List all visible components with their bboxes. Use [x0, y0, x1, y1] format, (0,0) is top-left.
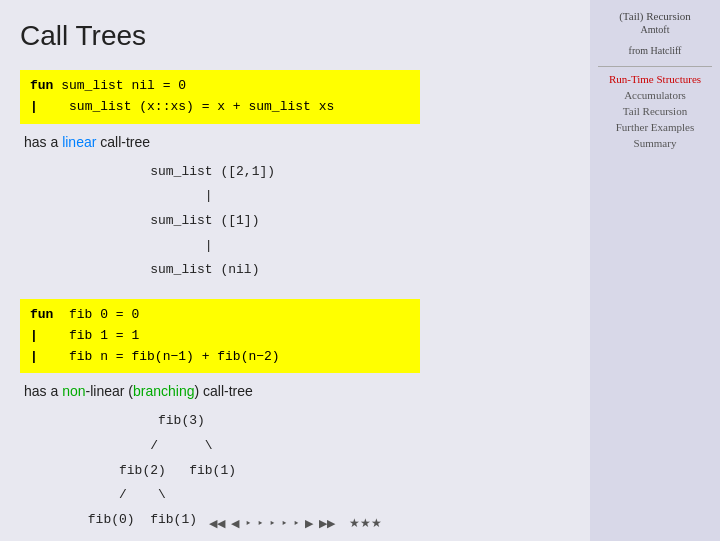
tree-line-5: sum_list (nil): [80, 258, 570, 283]
nav-next[interactable]: ▶: [305, 517, 313, 530]
page-title: Call Trees: [20, 20, 570, 52]
page-wrapper: Call Trees fun sum_list nil = 0 | sum_li…: [0, 0, 720, 541]
nav-separator2: ‣: [257, 517, 263, 530]
tree-line-4: |: [80, 234, 570, 259]
fib-tree-3: fib(2) fib(1): [80, 459, 570, 484]
nav-separator1: ‣: [245, 517, 251, 530]
nav-first[interactable]: ◀◀: [209, 517, 225, 530]
tree-line-1: sum_list ([2,1]): [80, 160, 570, 185]
keyword-fun-1: fun: [30, 78, 53, 93]
fib-tree-4: / \: [80, 483, 570, 508]
prose-nonlinear: has a non-linear (branching) call-tree: [24, 383, 570, 399]
fib-tree-2: / \: [80, 434, 570, 459]
prose-linear: has a linear call-tree: [24, 134, 570, 150]
fib-line-1: fun fib 0 = 0: [30, 305, 410, 326]
sidebar-item-run-time[interactable]: Run-Time Structures: [598, 73, 712, 85]
fib-line-2: | fib 1 = 1: [30, 326, 410, 347]
sidebar-header: (Tail) Recursion: [598, 10, 712, 22]
code-text-2: sum_list (x::xs) = x + sum_list xs: [69, 99, 334, 114]
sidebar-item-further-examples[interactable]: Further Examples: [598, 121, 712, 133]
keyword-fun-2: fun: [30, 307, 53, 322]
nav-separator3: ‣: [269, 517, 275, 530]
nav-last[interactable]: ▶▶: [319, 517, 335, 530]
code-text-1: sum_list nil = 0: [61, 78, 186, 93]
nav-prev[interactable]: ◀: [231, 517, 239, 530]
word-branching: branching: [133, 383, 195, 399]
sidebar-item-accumulators[interactable]: Accumulators: [598, 89, 712, 101]
tree-line-2: |: [80, 184, 570, 209]
nav-controls: ◀◀ ◀ ‣ ‣ ‣ ‣ ‣ ▶ ▶▶ ★★★: [0, 516, 590, 531]
tree-line-3: sum_list ([1]): [80, 209, 570, 234]
pipe-1: |: [30, 99, 38, 114]
sidebar-subheader1: Amtoft: [598, 24, 712, 35]
fib-tree-1: fib(3): [80, 409, 570, 434]
word-non: non: [62, 383, 85, 399]
word-linear: linear: [62, 134, 96, 150]
tree-fib: fib(3) / \ fib(2) fib(1) / \ fib(0) fib(…: [80, 409, 570, 532]
nav-logo: ★★★: [349, 516, 382, 531]
sidebar: (Tail) Recursion Amtoft from Hatcliff Ru…: [590, 0, 720, 541]
sidebar-subheader2: from Hatcliff: [598, 45, 712, 56]
code-line-2: | sum_list (x::xs) = x + sum_list xs: [30, 97, 410, 118]
code-block-sumlist: fun sum_list nil = 0 | sum_list (x::xs) …: [20, 70, 420, 124]
main-content: Call Trees fun sum_list nil = 0 | sum_li…: [0, 0, 590, 541]
pipe-2: |: [30, 328, 38, 343]
code-line-1: fun sum_list nil = 0: [30, 76, 410, 97]
fib-line-3: | fib n = fib(n−1) + fib(n−2): [30, 347, 410, 368]
sidebar-item-tail-recursion[interactable]: Tail Recursion: [598, 105, 712, 117]
code-block-fib: fun fib 0 = 0 | fib 1 = 1 | fib n = fib(…: [20, 299, 420, 373]
pipe-3: |: [30, 349, 38, 364]
nav-separator4: ‣: [281, 517, 287, 530]
nav-separator5: ‣: [293, 517, 299, 530]
sidebar-item-summary[interactable]: Summary: [598, 137, 712, 149]
tree-sumlist: sum_list ([2,1]) | sum_list ([1]) | sum_…: [80, 160, 570, 283]
